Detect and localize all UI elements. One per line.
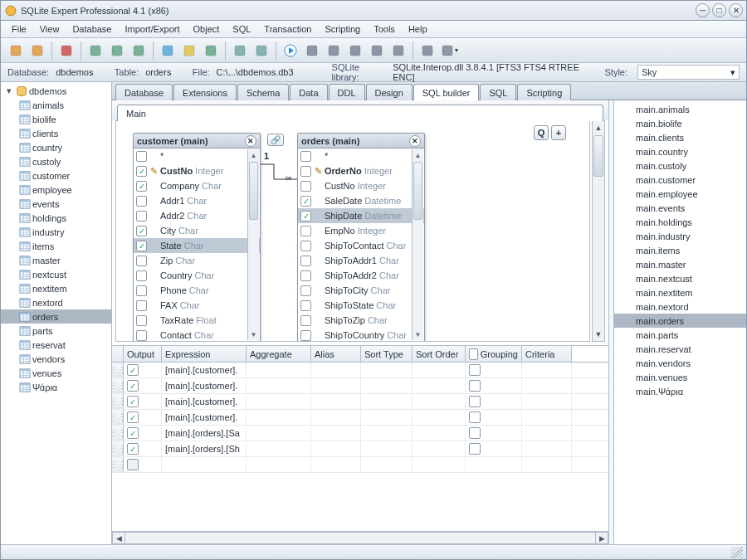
- objlist-item[interactable]: main.industry: [614, 229, 746, 243]
- tb-prev[interactable]: [345, 41, 365, 61]
- menu-help[interactable]: Help: [403, 22, 433, 36]
- checkbox[interactable]: [300, 256, 311, 266]
- maximize-button[interactable]: □: [712, 3, 726, 17]
- row-handle[interactable]: ⋮⋮: [112, 441, 124, 456]
- menu-tools[interactable]: Tools: [368, 22, 401, 36]
- tree-table-country[interactable]: country: [1, 140, 111, 154]
- objlist-item[interactable]: main.nextcust: [614, 271, 746, 285]
- tree-table-orders[interactable]: orders: [1, 309, 111, 324]
- query-canvas[interactable]: Q + customer (main)✕*✓✎ CustNo Integer✓ …: [115, 120, 590, 342]
- menu-database[interactable]: Database: [66, 22, 117, 36]
- tree-table-venues[interactable]: venues: [1, 366, 111, 380]
- tree-table-parts[interactable]: parts: [1, 324, 111, 338]
- checkbox[interactable]: ✓: [300, 211, 311, 222]
- objlist-item[interactable]: main.clients: [614, 130, 746, 144]
- tb-last[interactable]: [388, 41, 408, 61]
- tb-view-c[interactable]: [201, 41, 221, 61]
- tree-table-reservat[interactable]: reservat: [1, 338, 111, 352]
- tb-view-a[interactable]: [158, 41, 178, 61]
- close-button[interactable]: ✕: [729, 3, 743, 17]
- checkbox[interactable]: [136, 270, 147, 281]
- tab-extensions[interactable]: Extensions: [173, 84, 237, 100]
- resize-grip-icon[interactable]: [731, 547, 743, 558]
- menu-file[interactable]: File: [6, 22, 32, 36]
- checkbox[interactable]: [136, 151, 147, 162]
- checkbox[interactable]: [136, 300, 147, 311]
- objlist-item[interactable]: main.country: [614, 144, 746, 158]
- grid-hscroll[interactable]: ◀ ▶: [112, 531, 608, 544]
- querytable-orders[interactable]: orders (main)✕*✎ OrderNo Integer CustNo …: [297, 133, 425, 342]
- tab-database[interactable]: Database: [115, 84, 173, 100]
- tree-table-clients[interactable]: clients: [1, 126, 111, 140]
- objlist-item[interactable]: main.reservat: [614, 342, 746, 356]
- checkbox[interactable]: [469, 443, 481, 455]
- querytable-customer[interactable]: customer (main)✕*✓✎ CustNo Integer✓ Comp…: [133, 133, 261, 342]
- objlist-item[interactable]: main.venues: [614, 370, 746, 384]
- grid-row[interactable]: ⋮⋮✓[main].[customer].: [112, 363, 608, 378]
- menu-transaction[interactable]: Transaction: [258, 22, 317, 36]
- menu-sql[interactable]: SQL: [227, 22, 256, 36]
- style-select[interactable]: Sky ▾: [637, 65, 740, 80]
- tree-table-holdings[interactable]: holdings: [1, 211, 111, 225]
- grid-row[interactable]: ⋮⋮✓[main].[customer].: [112, 394, 608, 410]
- tree-table-biolife[interactable]: biolife: [1, 112, 111, 126]
- objlist-item[interactable]: main.parts: [614, 328, 746, 342]
- scroll-up-icon[interactable]: ▲: [593, 121, 604, 134]
- checkbox[interactable]: [136, 285, 147, 296]
- checkbox[interactable]: [300, 315, 311, 326]
- tree-table-vendors[interactable]: vendors: [1, 352, 111, 366]
- tb-props[interactable]: [230, 41, 250, 61]
- close-icon[interactable]: ✕: [409, 135, 421, 147]
- objlist-item[interactable]: main.Ψάρια: [614, 384, 746, 398]
- tree-table-ψάρια[interactable]: Ψάρια: [1, 380, 111, 394]
- tb-stop[interactable]: [302, 41, 322, 61]
- minimize-button[interactable]: ─: [696, 3, 710, 17]
- checkbox[interactable]: [469, 364, 481, 376]
- checkbox[interactable]: [300, 181, 311, 192]
- objlist-item[interactable]: main.customer: [614, 173, 746, 187]
- tb-grid-b[interactable]: [107, 41, 127, 61]
- tree-database[interactable]: ▾dbdemos: [1, 84, 111, 98]
- row-handle[interactable]: ⋮⋮: [112, 363, 124, 377]
- checkbox[interactable]: ✓: [127, 427, 139, 439]
- checkbox[interactable]: ✓: [136, 166, 147, 177]
- row-handle[interactable]: ⋮⋮: [112, 394, 124, 409]
- database-tree[interactable]: ▾dbdemosanimalsbiolifeclientscountrycust…: [1, 82, 112, 544]
- gridcol-sorttype[interactable]: Sort Type: [361, 346, 413, 362]
- checkbox[interactable]: [136, 256, 147, 266]
- objlist-item[interactable]: main.holdings: [614, 215, 746, 229]
- objlist-item[interactable]: main.nextord: [614, 299, 746, 314]
- checkbox[interactable]: [300, 285, 311, 296]
- search-button[interactable]: Q: [534, 125, 549, 140]
- row-handle[interactable]: ⋮⋮: [112, 426, 124, 441]
- checkbox[interactable]: [300, 226, 311, 236]
- menu-view[interactable]: View: [34, 22, 66, 36]
- tab-sql[interactable]: SQL: [480, 84, 516, 100]
- objlist-item[interactable]: main.items: [614, 243, 746, 257]
- objlist-item[interactable]: main.biolife: [614, 116, 746, 130]
- tab-schema[interactable]: Schema: [237, 84, 289, 100]
- gridcol-grouping[interactable]: Grouping: [466, 346, 522, 362]
- tree-table-customer[interactable]: customer: [1, 168, 111, 183]
- checkbox[interactable]: [300, 151, 311, 162]
- checkbox[interactable]: ✓: [300, 196, 311, 207]
- menu-scripting[interactable]: Scripting: [319, 22, 366, 36]
- checkbox[interactable]: [300, 330, 311, 341]
- tree-table-animals[interactable]: animals: [1, 98, 111, 112]
- tb-help[interactable]: ▾: [439, 41, 459, 61]
- checkbox[interactable]: [469, 427, 481, 439]
- checkbox[interactable]: ✓: [136, 241, 147, 251]
- checkbox[interactable]: [136, 330, 147, 341]
- checkbox[interactable]: ✓: [136, 226, 147, 236]
- checkbox[interactable]: ✓: [127, 364, 139, 376]
- objlist-item[interactable]: main.events: [614, 201, 746, 215]
- gridcol-criteria[interactable]: Criteria: [522, 346, 572, 362]
- tab-data[interactable]: Data: [290, 84, 327, 100]
- tb-run[interactable]: [281, 41, 300, 61]
- checkbox[interactable]: [300, 166, 311, 177]
- menu-object[interactable]: Object: [188, 22, 226, 36]
- tree-table-nextord[interactable]: nextord: [1, 295, 111, 309]
- checkbox[interactable]: ✓: [127, 443, 139, 455]
- row-handle[interactable]: ⋮⋮: [112, 457, 124, 472]
- gridcol-expression[interactable]: Expression: [162, 346, 247, 362]
